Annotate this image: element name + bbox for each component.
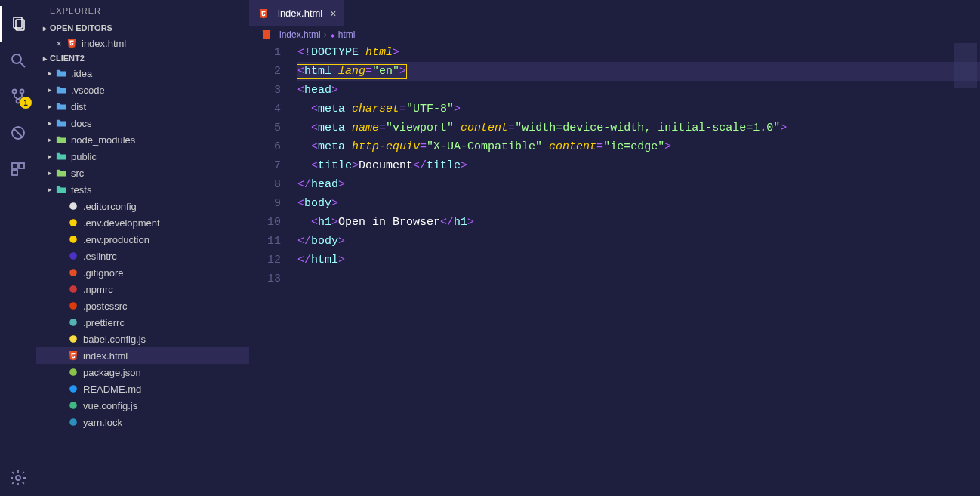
code-line[interactable]: <meta charset="UTF-8"> (297, 100, 980, 119)
tree-file[interactable]: .npmrc (36, 281, 249, 297)
tree-file[interactable]: README.md (36, 380, 249, 397)
activity-search-icon[interactable] (0, 42, 36, 79)
breadcrumb-symbol-icon: ⬥ (330, 29, 335, 40)
prettier-icon (66, 317, 80, 328)
open-editor-item[interactable]: ×index.html (36, 35, 249, 51)
tree-item-label: src (71, 168, 84, 179)
tree-item-label: vue.config.js (83, 400, 137, 411)
activity-scm-icon[interactable]: 1 (0, 79, 36, 115)
editor[interactable]: 12345678910111213 <!DOCTYPE html><html l… (249, 43, 980, 496)
code-line[interactable]: </html> (297, 251, 980, 270)
tree-folder[interactable]: ▸dist (36, 98, 249, 115)
close-icon[interactable]: × (53, 38, 65, 49)
code-line[interactable] (297, 270, 980, 288)
tree-item-label: babel.config.js (83, 334, 146, 345)
activity-extensions-icon[interactable] (0, 151, 36, 187)
breadcrumb-file: index.html (279, 29, 321, 40)
tree-file[interactable]: .env.production (36, 231, 249, 248)
tree-file[interactable]: .gitignore (36, 264, 249, 281)
tree-item-label: docs (71, 118, 91, 129)
close-icon[interactable]: × (330, 8, 336, 20)
tree-file[interactable]: package.json (36, 364, 249, 380)
line-number: 6 (249, 137, 281, 156)
svg-point-12 (16, 476, 20, 480)
svg-point-17 (69, 269, 77, 276)
chevron-down-icon: ▸ (39, 24, 50, 32)
tree-file[interactable]: .postcssrc (36, 297, 249, 314)
tree-item-label: .postcssrc (83, 300, 128, 312)
svg-point-2 (12, 54, 21, 63)
code-line[interactable]: <h1>Open in Browser</h1> (297, 213, 980, 232)
code-area[interactable]: <!DOCTYPE html><html lang="en"><head> <m… (294, 43, 980, 496)
svg-point-21 (69, 335, 77, 343)
tree-item-label: package.json (83, 367, 141, 378)
tab-bar: index.html × (249, 0, 980, 26)
vue-icon (66, 400, 80, 411)
project-label: CLIENT2 (50, 54, 85, 63)
code-line[interactable]: <body> (297, 194, 980, 213)
babel-icon (66, 334, 80, 344)
html-icon (257, 8, 270, 19)
minimap[interactable] (954, 43, 977, 88)
svg-rect-10 (19, 163, 24, 168)
tree-file[interactable]: babel.config.js (36, 331, 249, 347)
chevron-down-icon: ▸ (39, 54, 50, 63)
tree-item-label: tests (71, 184, 91, 196)
breadcrumb-symbol: html (338, 29, 356, 40)
tab-index-html[interactable]: index.html × (249, 0, 344, 26)
svg-rect-0 (14, 17, 22, 28)
tree-folder[interactable]: ▸tests (36, 181, 249, 198)
tree-item-label: yarn.lock (83, 417, 122, 428)
tree-item-label: .env.development (83, 217, 160, 229)
tree-folder[interactable]: ▸.idea (36, 65, 249, 82)
tree-folder[interactable]: ▸.vscode (36, 82, 249, 98)
tree-item-label: node_modules (71, 134, 135, 146)
chevron-right-icon: ▸ (45, 169, 54, 177)
folder-icon (54, 118, 68, 128)
code-line[interactable]: <html lang="en"> (297, 62, 980, 81)
open-editors-header[interactable]: ▸ OPEN EDITORS (36, 21, 249, 35)
line-number: 5 (249, 119, 281, 137)
tree-file[interactable]: .prettierrc (36, 314, 249, 331)
folder-icon (54, 101, 68, 112)
svg-rect-1 (16, 20, 24, 30)
code-line[interactable]: </head> (297, 175, 980, 194)
tree-folder[interactable]: ▸docs (36, 115, 249, 131)
line-number: 8 (249, 175, 281, 194)
tree-file[interactable]: .env.development (36, 214, 249, 231)
activity-debug-icon[interactable] (0, 115, 36, 151)
chevron-right-icon: ▸ (45, 103, 54, 110)
folder-icon (54, 85, 68, 95)
tree-file[interactable]: .editorconfig (36, 198, 249, 214)
code-line[interactable]: <meta http-equiv="X-UA-Compatible" conte… (297, 137, 980, 156)
tree-file[interactable]: yarn.lock (36, 414, 249, 430)
activity-settings-icon[interactable] (0, 460, 36, 496)
code-line[interactable]: </body> (297, 232, 980, 251)
tree-file[interactable]: index.html (36, 347, 249, 364)
code-line[interactable]: <!DOCTYPE html> (297, 43, 980, 62)
svg-point-22 (69, 368, 77, 376)
code-line[interactable]: <meta name="viewport" content="width=dev… (297, 119, 980, 137)
tree-folder[interactable]: ▸public (36, 148, 249, 165)
svg-point-19 (69, 302, 77, 310)
line-number: 10 (249, 213, 281, 232)
code-line[interactable]: <title>Document</title> (297, 156, 980, 175)
tree-item-label: .prettierrc (83, 317, 125, 328)
tab-label: index.html (278, 8, 322, 19)
postcss-icon (66, 300, 80, 311)
chevron-right-icon: ▸ (45, 69, 54, 77)
tree-file[interactable]: .eslintrc (36, 248, 249, 264)
scm-badge: 1 (20, 97, 32, 109)
chevron-right-icon: ▸ (45, 136, 54, 143)
tree-item-label: .eslintrc (83, 251, 117, 262)
activity-explorer-icon[interactable] (0, 6, 36, 42)
tree-folder[interactable]: ▸src (36, 165, 249, 181)
folder-icon (54, 168, 68, 178)
code-line[interactable]: <head> (297, 81, 980, 100)
chevron-right-icon: ▸ (45, 86, 54, 94)
project-header[interactable]: ▸ CLIENT2 (36, 51, 249, 65)
tree-file[interactable]: vue.config.js (36, 397, 249, 414)
editor-group: index.html × index.html › ⬥ html 1234567… (249, 0, 980, 496)
breadcrumb[interactable]: index.html › ⬥ html (249, 26, 980, 43)
tree-folder[interactable]: ▸node_modules (36, 131, 249, 148)
